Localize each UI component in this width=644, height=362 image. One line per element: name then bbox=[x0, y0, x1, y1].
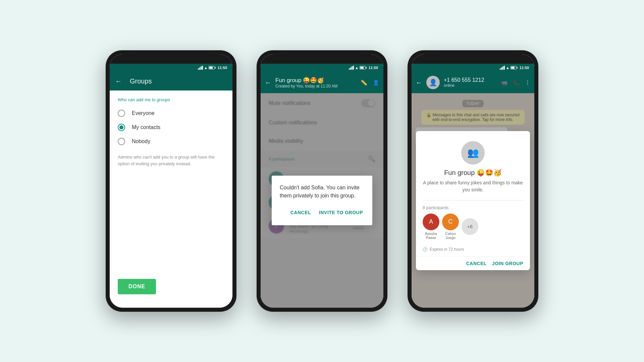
invite-participants-label: 8 participants bbox=[423, 205, 523, 210]
label-nobody: Nobody bbox=[132, 138, 150, 144]
sb2-1 bbox=[349, 68, 350, 70]
participant-1: A AyeshaPawar bbox=[423, 214, 439, 240]
contact-status: online bbox=[444, 83, 497, 88]
participant-more: +6 bbox=[462, 218, 478, 235]
chat-header: ← 👤 +1 650 555 1212 online 📹 📞 ⋮ bbox=[412, 72, 534, 93]
status-icons-1: ▲ 11:50 bbox=[198, 66, 227, 70]
more-options-icon[interactable]: ⋮ bbox=[525, 79, 530, 86]
phone-groups-settings: ▲ 11:50 ← Groups Who can add me to group… bbox=[106, 50, 236, 312]
contact-info: +1 650 555 1212 online bbox=[444, 77, 497, 88]
signal-bar-1 bbox=[198, 68, 199, 70]
sb2-2 bbox=[350, 67, 351, 70]
participant-name-2: CahyoJoego bbox=[442, 232, 459, 240]
dialog-actions: CANCEL INVITE TO GROUP bbox=[280, 208, 364, 217]
contact-avatar: 👤 bbox=[426, 76, 440, 89]
add-person-icon[interactable]: 👤 bbox=[373, 79, 379, 86]
network-2: ▲ bbox=[355, 66, 359, 70]
group-info-content: Mute notifications Custom notifications … bbox=[261, 93, 383, 308]
network-type-1: ▲ bbox=[204, 66, 208, 70]
back-button-1[interactable]: ← bbox=[115, 77, 122, 85]
invite-card-overlay: 👥 Fun group 😜🤩🥳 A place to share funny j… bbox=[412, 93, 534, 308]
phone-chat: ▲ 11:50 ← 👤 +1 650 555 1212 online 📹 📞 ⋮ bbox=[408, 50, 538, 312]
sb3-4 bbox=[504, 66, 505, 70]
groups-header: ← Groups bbox=[110, 72, 232, 90]
signal-bar-3 bbox=[201, 66, 202, 70]
signal-bar-4 bbox=[202, 66, 203, 70]
option-my-contacts[interactable]: My contacts bbox=[110, 120, 232, 134]
participant-avatar-2: C bbox=[442, 214, 459, 230]
option-nobody[interactable]: Nobody bbox=[110, 134, 232, 148]
phone-group-info: ▲ 11:50 ← Fun group 😜🤩🥳 Created by You, … bbox=[257, 50, 387, 312]
group-info-header: ← Fun group 😜🤩🥳 Created by You, today at… bbox=[261, 72, 383, 93]
invite-dialog: Couldn't add Sofia. You can invite them … bbox=[272, 176, 372, 225]
invite-participants-section: 8 participants A AyeshaPawar C CahyoJoeg… bbox=[416, 200, 530, 244]
option-everyone[interactable]: Everyone bbox=[110, 106, 232, 120]
group-name-header: Fun group 😜🤩🥳 bbox=[275, 77, 357, 84]
participant-2: C CahyoJoego bbox=[442, 214, 459, 240]
dialog-confirm-button[interactable]: INVITE TO GROUP bbox=[318, 208, 364, 217]
group-header-icons: ✏️ 👤 bbox=[361, 79, 379, 86]
more-participants-bubble: +6 bbox=[462, 218, 478, 235]
status-bar-3: ▲ 11:50 bbox=[412, 64, 534, 72]
participants-avatars: A AyeshaPawar C CahyoJoego +6 bbox=[423, 214, 523, 240]
invite-card: 👥 Fun group 😜🤩🥳 A place to share funny j… bbox=[416, 131, 530, 270]
participant-name-1: AyeshaPawar bbox=[423, 232, 439, 240]
battery-2 bbox=[360, 66, 366, 69]
signal-bars-2 bbox=[349, 66, 354, 70]
done-btn-area: DONE bbox=[110, 272, 232, 308]
section-label-groups: Who can add me to groups bbox=[110, 90, 232, 106]
invite-card-actions: CANCEL JOIN GROUP bbox=[416, 256, 530, 270]
label-everyone: Everyone bbox=[132, 110, 155, 116]
invite-group-name: Fun group 😜🤩🥳 bbox=[444, 169, 502, 177]
join-group-button[interactable]: JOIN GROUP bbox=[492, 261, 523, 266]
dialog-cancel-button[interactable]: CANCEL bbox=[289, 208, 312, 217]
battery-fill-3 bbox=[511, 67, 515, 69]
dialog-overlay: Couldn't add Sofia. You can invite them … bbox=[261, 93, 383, 308]
status-icons-3: ▲ 11:50 bbox=[500, 66, 529, 70]
video-call-icon[interactable]: 📹 bbox=[501, 79, 507, 86]
battery-1 bbox=[209, 66, 215, 69]
label-my-contacts: My contacts bbox=[132, 124, 160, 130]
time-1: 11:50 bbox=[218, 66, 227, 70]
sb2-4 bbox=[353, 66, 354, 70]
status-bar-1: ▲ 11:50 bbox=[110, 64, 232, 72]
invite-cancel-button[interactable]: CANCEL bbox=[466, 261, 487, 266]
sb3-2 bbox=[501, 67, 502, 70]
back-button-2[interactable]: ← bbox=[265, 79, 271, 86]
expire-text: Expires in 72 hours bbox=[430, 247, 464, 252]
invite-expiry: 🕐 Expires in 72 hours bbox=[416, 244, 530, 256]
sb3-3 bbox=[502, 66, 503, 70]
participant-avatar-1: A bbox=[423, 214, 439, 230]
contact-name: +1 650 555 1212 bbox=[444, 77, 497, 83]
battery-fill-1 bbox=[209, 67, 213, 69]
network-3: ▲ bbox=[506, 66, 509, 70]
signal-bars-1 bbox=[198, 66, 203, 70]
signal-bar-2 bbox=[199, 67, 200, 70]
radio-my-contacts[interactable] bbox=[118, 124, 125, 131]
edit-icon[interactable]: ✏️ bbox=[361, 79, 367, 86]
voice-call-icon[interactable]: 📞 bbox=[513, 79, 520, 86]
time-3: 11:50 bbox=[520, 66, 529, 70]
battery-3 bbox=[511, 66, 517, 69]
clock-icon: 🕐 bbox=[423, 247, 428, 252]
invite-group-desc: A place to share funny jokes and things … bbox=[423, 179, 523, 193]
groups-content: Who can add me to groups Everyone My con… bbox=[110, 90, 232, 308]
battery-fill-2 bbox=[360, 67, 364, 69]
chat-area: TODAY 🔒 Messages to this chat and calls … bbox=[412, 93, 534, 308]
chat-header-icons: 📹 📞 ⋮ bbox=[501, 79, 530, 86]
radio-everyone[interactable] bbox=[118, 110, 125, 117]
invite-group-avatar: 👥 bbox=[461, 141, 485, 165]
done-button[interactable]: DONE bbox=[118, 279, 156, 294]
group-header-info: Fun group 😜🤩🥳 Created by You, today at 1… bbox=[275, 77, 357, 88]
status-bar-2: ▲ 11:50 bbox=[261, 64, 383, 72]
radio-nobody[interactable] bbox=[118, 138, 125, 145]
signal-bars-3 bbox=[500, 66, 505, 70]
dialog-message: Couldn't add Sofia. You can invite them … bbox=[280, 184, 364, 200]
group-subtitle: Created by You, today at 11:20 AM bbox=[275, 84, 357, 88]
sb2-3 bbox=[352, 66, 353, 70]
status-icons-2: ▲ 11:50 bbox=[349, 66, 378, 70]
sb3-1 bbox=[500, 68, 501, 70]
helper-text-groups: Admins who can't add you to a group will… bbox=[110, 148, 232, 172]
invite-card-header: 👥 Fun group 😜🤩🥳 A place to share funny j… bbox=[416, 131, 530, 200]
back-button-3[interactable]: ← bbox=[416, 79, 422, 86]
